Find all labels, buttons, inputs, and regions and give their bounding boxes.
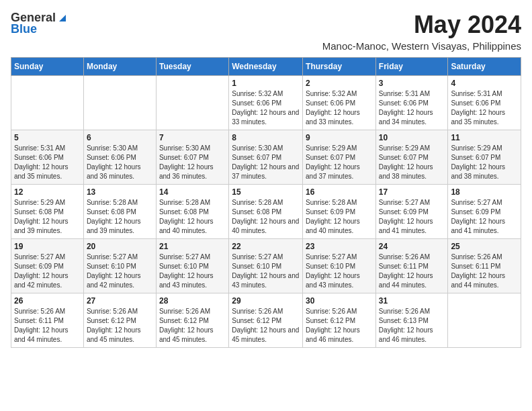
- calendar-cell: [83, 76, 156, 130]
- day-content: Sunrise: 5:29 AM Sunset: 6:07 PM Dayligh…: [451, 144, 518, 181]
- calendar-day-header: Tuesday: [156, 58, 228, 76]
- calendar-cell: 3Sunrise: 5:31 AM Sunset: 6:06 PM Daylig…: [375, 76, 448, 130]
- calendar-week-row: 12Sunrise: 5:29 AM Sunset: 6:08 PM Dayli…: [11, 185, 521, 239]
- calendar-week-row: 5Sunrise: 5:31 AM Sunset: 6:06 PM Daylig…: [11, 130, 521, 185]
- calendar-day-header: Saturday: [448, 58, 521, 76]
- calendar-cell: [448, 293, 521, 348]
- svg-marker-0: [59, 15, 66, 21]
- calendar-cell: 21Sunrise: 5:27 AM Sunset: 6:10 PM Dayli…: [156, 239, 228, 293]
- day-number: 14: [159, 187, 226, 197]
- calendar-cell: 25Sunrise: 5:26 AM Sunset: 6:11 PM Dayli…: [448, 239, 521, 293]
- calendar-cell: 29Sunrise: 5:26 AM Sunset: 6:12 PM Dayli…: [229, 293, 303, 348]
- day-content: Sunrise: 5:26 AM Sunset: 6:12 PM Dayligh…: [306, 307, 373, 345]
- calendar-cell: 4Sunrise: 5:31 AM Sunset: 6:06 PM Daylig…: [448, 76, 521, 130]
- day-number: 29: [232, 296, 300, 306]
- calendar-cell: 1Sunrise: 5:32 AM Sunset: 6:06 PM Daylig…: [229, 76, 303, 130]
- calendar-cell: 9Sunrise: 5:29 AM Sunset: 6:07 PM Daylig…: [303, 130, 376, 185]
- calendar-cell: 20Sunrise: 5:27 AM Sunset: 6:10 PM Dayli…: [83, 239, 156, 293]
- day-content: Sunrise: 5:32 AM Sunset: 6:06 PM Dayligh…: [306, 89, 373, 127]
- calendar-cell: 16Sunrise: 5:28 AM Sunset: 6:09 PM Dayli…: [303, 185, 376, 239]
- calendar-cell: 28Sunrise: 5:26 AM Sunset: 6:12 PM Dayli…: [156, 293, 228, 348]
- day-content: Sunrise: 5:27 AM Sunset: 6:09 PM Dayligh…: [379, 198, 445, 236]
- calendar-cell: 11Sunrise: 5:29 AM Sunset: 6:07 PM Dayli…: [448, 130, 521, 185]
- day-content: Sunrise: 5:26 AM Sunset: 6:11 PM Dayligh…: [14, 307, 81, 345]
- day-number: 7: [159, 133, 226, 142]
- day-content: Sunrise: 5:29 AM Sunset: 6:07 PM Dayligh…: [306, 144, 373, 181]
- calendar-cell: [11, 76, 84, 130]
- calendar-day-header: Wednesday: [229, 58, 303, 76]
- calendar-cell: 19Sunrise: 5:27 AM Sunset: 6:09 PM Dayli…: [11, 239, 84, 293]
- logo-arrow-icon: [56, 12, 69, 24]
- day-content: Sunrise: 5:26 AM Sunset: 6:12 PM Dayligh…: [87, 307, 153, 345]
- logo-blue: Blue: [11, 22, 37, 36]
- day-number: 12: [14, 187, 81, 197]
- title-block: May 2024 Manoc-Manoc, Western Visayas, P…: [322, 11, 521, 52]
- calendar-cell: 18Sunrise: 5:27 AM Sunset: 6:09 PM Dayli…: [448, 185, 521, 239]
- calendar-day-header: Friday: [375, 58, 448, 76]
- day-number: 10: [379, 133, 445, 142]
- day-content: Sunrise: 5:28 AM Sunset: 6:08 PM Dayligh…: [159, 198, 226, 236]
- day-content: Sunrise: 5:27 AM Sunset: 6:10 PM Dayligh…: [159, 253, 226, 290]
- calendar-week-row: 1Sunrise: 5:32 AM Sunset: 6:06 PM Daylig…: [11, 76, 521, 130]
- day-content: Sunrise: 5:27 AM Sunset: 6:09 PM Dayligh…: [451, 198, 518, 236]
- day-number: 5: [14, 133, 81, 142]
- calendar-cell: 8Sunrise: 5:30 AM Sunset: 6:07 PM Daylig…: [229, 130, 303, 185]
- location: Manoc-Manoc, Western Visayas, Philippine…: [322, 40, 521, 52]
- calendar-cell: 10Sunrise: 5:29 AM Sunset: 6:07 PM Dayli…: [375, 130, 448, 185]
- day-number: 4: [451, 79, 518, 88]
- day-number: 16: [306, 187, 373, 197]
- day-content: Sunrise: 5:28 AM Sunset: 6:08 PM Dayligh…: [232, 198, 300, 236]
- day-content: Sunrise: 5:29 AM Sunset: 6:07 PM Dayligh…: [379, 144, 445, 181]
- day-content: Sunrise: 5:29 AM Sunset: 6:08 PM Dayligh…: [14, 198, 81, 236]
- calendar-cell: 15Sunrise: 5:28 AM Sunset: 6:08 PM Dayli…: [229, 185, 303, 239]
- calendar-cell: 26Sunrise: 5:26 AM Sunset: 6:11 PM Dayli…: [11, 293, 84, 348]
- calendar-day-header: Monday: [83, 58, 156, 76]
- day-content: Sunrise: 5:31 AM Sunset: 6:06 PM Dayligh…: [379, 89, 445, 127]
- calendar-cell: 12Sunrise: 5:29 AM Sunset: 6:08 PM Dayli…: [11, 185, 84, 239]
- calendar-cell: 7Sunrise: 5:30 AM Sunset: 6:07 PM Daylig…: [156, 130, 228, 185]
- day-content: Sunrise: 5:28 AM Sunset: 6:09 PM Dayligh…: [306, 198, 373, 236]
- day-number: 26: [14, 296, 81, 306]
- day-number: 8: [232, 133, 300, 142]
- day-number: 20: [87, 242, 153, 251]
- day-content: Sunrise: 5:27 AM Sunset: 6:10 PM Dayligh…: [87, 253, 153, 290]
- calendar-week-row: 19Sunrise: 5:27 AM Sunset: 6:09 PM Dayli…: [11, 239, 521, 293]
- day-number: 25: [451, 242, 518, 251]
- day-number: 3: [379, 79, 445, 88]
- day-content: Sunrise: 5:31 AM Sunset: 6:06 PM Dayligh…: [14, 144, 81, 181]
- day-content: Sunrise: 5:26 AM Sunset: 6:11 PM Dayligh…: [451, 253, 518, 290]
- calendar-cell: 13Sunrise: 5:28 AM Sunset: 6:08 PM Dayli…: [83, 185, 156, 239]
- month-title: May 2024: [322, 11, 521, 39]
- calendar-cell: 14Sunrise: 5:28 AM Sunset: 6:08 PM Dayli…: [156, 185, 228, 239]
- day-content: Sunrise: 5:30 AM Sunset: 6:07 PM Dayligh…: [232, 144, 300, 181]
- day-number: 6: [87, 133, 153, 142]
- day-content: Sunrise: 5:28 AM Sunset: 6:08 PM Dayligh…: [87, 198, 153, 236]
- day-content: Sunrise: 5:32 AM Sunset: 6:06 PM Dayligh…: [232, 89, 300, 127]
- day-number: 13: [87, 187, 153, 197]
- calendar-cell: 24Sunrise: 5:26 AM Sunset: 6:11 PM Dayli…: [375, 239, 448, 293]
- day-content: Sunrise: 5:31 AM Sunset: 6:06 PM Dayligh…: [451, 89, 518, 127]
- day-content: Sunrise: 5:27 AM Sunset: 6:09 PM Dayligh…: [14, 253, 81, 290]
- day-content: Sunrise: 5:30 AM Sunset: 6:07 PM Dayligh…: [159, 144, 226, 181]
- calendar-day-header: Thursday: [303, 58, 376, 76]
- day-number: 27: [87, 296, 153, 306]
- calendar-cell: 5Sunrise: 5:31 AM Sunset: 6:06 PM Daylig…: [11, 130, 84, 185]
- calendar-cell: 31Sunrise: 5:26 AM Sunset: 6:13 PM Dayli…: [375, 293, 448, 348]
- day-content: Sunrise: 5:27 AM Sunset: 6:10 PM Dayligh…: [306, 253, 373, 290]
- day-number: 24: [379, 242, 445, 251]
- calendar-week-row: 26Sunrise: 5:26 AM Sunset: 6:11 PM Dayli…: [11, 293, 521, 348]
- day-content: Sunrise: 5:26 AM Sunset: 6:12 PM Dayligh…: [159, 307, 226, 345]
- calendar-table: SundayMondayTuesdayWednesdayThursdayFrid…: [11, 57, 521, 348]
- calendar-cell: [156, 76, 228, 130]
- day-number: 9: [306, 133, 373, 142]
- calendar-cell: 2Sunrise: 5:32 AM Sunset: 6:06 PM Daylig…: [303, 76, 376, 130]
- day-number: 31: [379, 296, 445, 306]
- calendar-cell: 23Sunrise: 5:27 AM Sunset: 6:10 PM Dayli…: [303, 239, 376, 293]
- logo: General Blue: [11, 11, 69, 36]
- day-number: 19: [14, 242, 81, 251]
- day-number: 1: [232, 79, 300, 88]
- calendar-cell: 17Sunrise: 5:27 AM Sunset: 6:09 PM Dayli…: [375, 185, 448, 239]
- day-number: 18: [451, 187, 518, 197]
- day-number: 22: [232, 242, 300, 251]
- day-number: 17: [379, 187, 445, 197]
